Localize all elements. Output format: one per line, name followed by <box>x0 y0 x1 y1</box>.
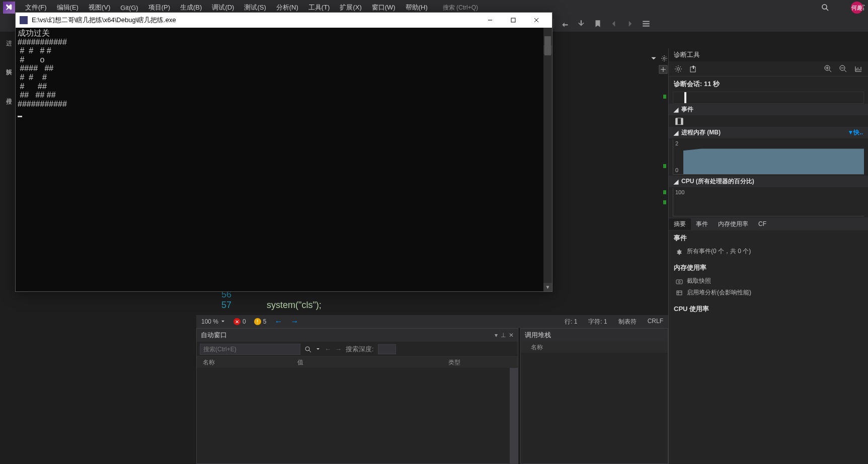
console-output[interactable]: 成功过关 ########### # # # # # o #### ## # #… <box>16 28 552 291</box>
all-events-link[interactable]: 所有事件(0 个，共 0 个) <box>674 246 863 257</box>
scrollbar[interactable] <box>510 368 518 463</box>
depth-label: 搜索深度: <box>346 345 374 354</box>
step-over-icon[interactable] <box>561 19 570 28</box>
pause-icon: ❚❚ <box>676 118 683 125</box>
list-icon[interactable] <box>642 19 651 28</box>
console-app-icon <box>20 16 28 24</box>
section-events[interactable]: ◢事件 <box>669 104 868 115</box>
svg-line-11 <box>844 70 846 72</box>
code-text: system("cls"); <box>267 300 322 310</box>
zoom-in-icon[interactable] <box>824 64 833 73</box>
autos-columns: 名称 值 类型 <box>197 357 518 368</box>
panel-dropdown-icon[interactable]: ▾ <box>495 332 498 339</box>
diag-tab-events[interactable]: 事件 <box>691 218 713 230</box>
toolbar-separator <box>554 19 554 29</box>
step-into-icon[interactable] <box>577 19 586 28</box>
svg-point-6 <box>677 67 680 70</box>
add-button-icon[interactable] <box>658 64 668 74</box>
console-window: E:\vs\幻想二哥\瞎几把练\x64\Debug\瞎几把练.exe 成功过关 … <box>15 12 553 292</box>
diag-tabs: 摘要 事件 内存使用率 CF <box>669 217 868 230</box>
caret-col: 字符: 1 <box>588 318 607 326</box>
tabs-settings-icon[interactable] <box>660 54 668 62</box>
warning-count[interactable]: !5 <box>254 318 267 325</box>
section-cpu[interactable]: ◢CPU (所有处理器的百分比) <box>669 176 868 187</box>
global-search[interactable]: 搜索 (Ctrl+Q) <box>440 3 481 13</box>
events-icon <box>676 248 683 255</box>
search-icon[interactable] <box>304 346 311 353</box>
console-title: E:\vs\幻想二哥\瞎几把练\x64\Debug\瞎几把练.exe <box>32 16 176 25</box>
depth-input[interactable] <box>378 344 396 354</box>
diagnostics-panel: 诊断工具 诊断会话: 11 秒 ◢事件 ❚❚ ◢进程内存 (MB)▼快.. 2 … <box>668 48 868 464</box>
section-memory[interactable]: ◢进程内存 (MB)▼快.. <box>669 127 868 138</box>
camera-icon <box>676 278 683 285</box>
autos-panel: 自动窗口 ▾ ⊥ ✕ ← → 搜索深度: 名称 值 类型 <box>196 328 518 464</box>
console-line: #### ## <box>18 64 53 72</box>
callstack-columns: 名称 <box>521 342 668 353</box>
tabs-dropdown-icon[interactable] <box>650 55 657 62</box>
margin-marker <box>663 190 666 194</box>
autos-search-input[interactable] <box>200 344 300 355</box>
scroll-thumb[interactable] <box>544 36 551 55</box>
error-count[interactable]: ✕0 <box>233 318 246 325</box>
console-titlebar[interactable]: E:\vs\幻想二哥\瞎几把练\x64\Debug\瞎几把练.exe <box>16 13 552 28</box>
diag-timeline[interactable] <box>673 92 864 104</box>
svg-line-9 <box>829 70 831 72</box>
panel-pin-icon[interactable]: ⊥ <box>501 332 506 339</box>
svg-rect-16 <box>511 18 515 22</box>
diag-tab-summary[interactable]: 摘要 <box>669 218 691 230</box>
zoom-out-icon[interactable] <box>839 64 848 73</box>
vs-logo-icon <box>3 2 15 14</box>
caret-line: 行: 1 <box>565 318 577 326</box>
code-editor-sliver[interactable]: 56 57system("cls"); <box>211 289 322 311</box>
nav-fwd-icon[interactable]: → <box>335 345 342 353</box>
rail-tab-1[interactable]: 进 <box>0 33 14 37</box>
take-snapshot-link[interactable]: 截取快照 <box>674 275 863 287</box>
margin-marker <box>663 200 666 204</box>
diag-tab-memory[interactable]: 内存使用率 <box>713 218 753 230</box>
console-line: ## ## ## <box>18 91 56 99</box>
enable-heap-link[interactable]: 启用堆分析(会影响性能) <box>674 287 863 298</box>
scroll-down-icon[interactable]: ▼ <box>543 283 552 291</box>
console-line: # ## <box>18 82 47 91</box>
close-button[interactable] <box>525 13 548 28</box>
chart-icon[interactable] <box>854 64 863 73</box>
callstack-panel: 调用堆栈 名称 <box>520 328 668 464</box>
left-tool-rail: 进 解决 搜寻 <box>0 30 14 96</box>
arrow-right-icon[interactable] <box>625 19 635 28</box>
timeline-marker <box>684 92 686 103</box>
diagnostics-toolbar <box>669 61 868 76</box>
nav-back-icon[interactable]: ← <box>325 345 331 353</box>
gear-icon[interactable] <box>674 64 683 73</box>
nav-back-icon[interactable]: ← <box>274 317 282 326</box>
callstack-title: 调用堆栈 <box>521 329 668 342</box>
svg-line-5 <box>309 350 311 352</box>
bookmark-icon[interactable] <box>593 19 602 28</box>
svg-point-13 <box>678 281 680 283</box>
heap-icon <box>676 289 683 296</box>
panel-close-icon[interactable]: ✕ <box>509 332 514 339</box>
eol-mode[interactable]: CRLF <box>648 318 663 326</box>
console-line: 成功过关 <box>18 29 50 37</box>
minimize-button[interactable] <box>479 13 502 28</box>
diag-cpu-block: CPU 使用率 <box>669 301 868 320</box>
diag-tab-cpu[interactable]: CF <box>753 219 771 229</box>
svg-rect-12 <box>676 280 682 284</box>
search-dropdown-icon[interactable] <box>315 347 321 352</box>
export-icon[interactable] <box>689 64 698 73</box>
memory-chart: 2 0 <box>673 139 864 175</box>
user-avatar[interactable]: 何趣 <box>851 2 863 14</box>
indent-mode[interactable]: 制表符 <box>618 318 637 326</box>
console-line: # # # <box>18 73 47 82</box>
nav-fwd-icon[interactable]: → <box>290 317 298 326</box>
diag-memory-block: 内存使用率 截取快照 启用堆分析(会影响性能) <box>669 260 868 301</box>
console-scrollbar[interactable]: ▲ ▼ <box>543 28 552 291</box>
search-icon[interactable] <box>819 1 832 14</box>
svg-point-0 <box>822 5 827 9</box>
maximize-button[interactable] <box>502 13 525 28</box>
arrow-left-icon[interactable] <box>609 19 618 28</box>
editor-statusbar: 100 % ✕0 !5 ← → 行: 1 字符: 1 制表符 CRLF <box>196 315 668 328</box>
console-line: # # # # <box>18 46 51 55</box>
rail-tab-2[interactable]: 解决 <box>0 62 14 66</box>
rail-tab-3[interactable]: 搜寻 <box>0 92 14 96</box>
zoom-dropdown[interactable]: 100 % <box>201 318 225 325</box>
